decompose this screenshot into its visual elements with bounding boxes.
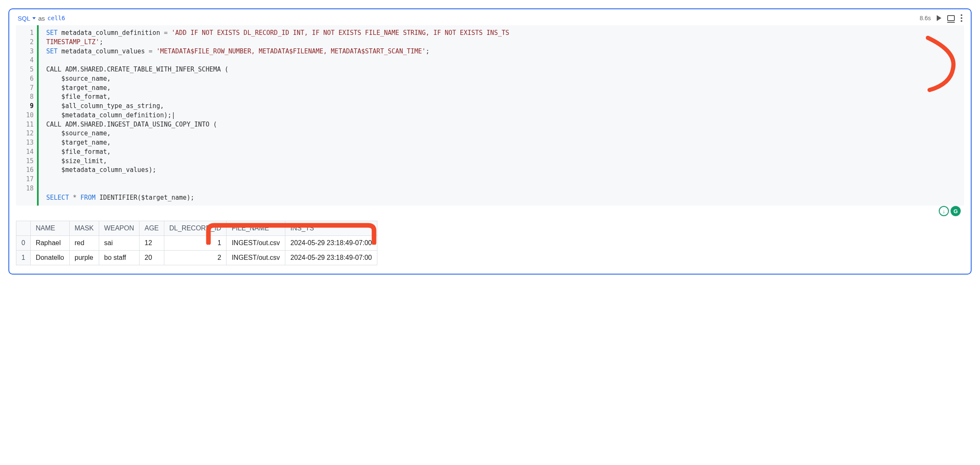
table-cell: Donatello	[30, 251, 69, 265]
line-number: 1	[22, 29, 34, 38]
line-number: 12	[22, 129, 34, 138]
layout-icon	[947, 15, 955, 21]
language-selector[interactable]: SQL	[18, 15, 36, 22]
execution-time: 8.6s	[920, 15, 931, 21]
floating-badges: ↓ G	[939, 206, 961, 216]
line-number: 17	[22, 175, 34, 184]
table-column-header[interactable]: WEAPON	[99, 221, 139, 236]
line-number: 3	[22, 47, 34, 56]
vertical-dots-icon	[961, 14, 962, 22]
cell-header-left: SQL as cell6	[18, 15, 65, 22]
table-cell: sai	[99, 236, 139, 251]
line-number: 10	[22, 111, 34, 120]
cell-header-right: 8.6s	[920, 14, 962, 22]
cell-header: SQL as cell6 8.6s	[16, 12, 964, 25]
layout-button[interactable]	[947, 15, 955, 21]
table-column-header[interactable]: DL_RECORD_ID	[164, 221, 227, 236]
line-number-gutter: 123456789101112131415161718	[16, 25, 37, 206]
table-cell: 1	[16, 251, 31, 265]
notebook-cell: SQL as cell6 8.6s 1234567891011121314151…	[8, 8, 972, 275]
language-label: SQL	[18, 15, 30, 22]
line-number: 13	[22, 138, 34, 148]
table-body: 0Raphaelredsai121INGEST/out.csv2024-05-2…	[16, 236, 377, 265]
table-row[interactable]: 0Raphaelredsai121INGEST/out.csv2024-05-2…	[16, 236, 377, 251]
table-cell: purple	[69, 251, 99, 265]
run-button[interactable]	[937, 15, 941, 21]
table-cell: 2024-05-29 23:18:49-07:00	[285, 251, 377, 265]
code-editor[interactable]: 123456789101112131415161718 SET metadata…	[16, 25, 964, 206]
line-number: 16	[22, 166, 34, 175]
chevron-down-icon	[32, 17, 36, 19]
results-table: NAMEMASKWEAPONAGEDL_RECORD_IDFILE_NAMEIN…	[16, 221, 377, 265]
table-cell: 2024-05-29 23:18:49-07:00	[285, 236, 377, 251]
more-menu-button[interactable]	[961, 14, 962, 22]
line-number: 9	[22, 102, 34, 111]
line-number: 4	[22, 56, 34, 65]
cell-name[interactable]: cell6	[47, 15, 65, 21]
table-cell: 2	[164, 251, 227, 265]
table-column-header[interactable]: AGE	[139, 221, 164, 236]
code-content[interactable]: SET metadata_column_definition = 'ADD IF…	[39, 25, 964, 206]
table-column-header[interactable]: INS_TS	[285, 221, 377, 236]
table-column-header[interactable]: NAME	[30, 221, 69, 236]
table-cell: bo staff	[99, 251, 139, 265]
table-column-header[interactable]: MASK	[69, 221, 99, 236]
table-cell: 12	[139, 236, 164, 251]
line-number: 8	[22, 92, 34, 102]
table-column-header[interactable]: FILE_NAME	[227, 221, 285, 236]
line-number: 2	[22, 38, 34, 47]
table-cell: 20	[139, 251, 164, 265]
line-number: 6	[22, 74, 34, 84]
database-badge-icon[interactable]: ↓	[939, 206, 949, 216]
table-header-row: NAMEMASKWEAPONAGEDL_RECORD_IDFILE_NAMEIN…	[16, 221, 377, 236]
play-icon	[937, 15, 941, 21]
table-cell: 0	[16, 236, 31, 251]
line-number: 14	[22, 148, 34, 157]
table-row[interactable]: 1Donatellopurplebo staff202INGEST/out.cs…	[16, 251, 377, 265]
line-number: 11	[22, 120, 34, 129]
table-column-header[interactable]	[16, 221, 31, 236]
as-label: as	[38, 15, 45, 22]
line-number: 15	[22, 157, 34, 166]
line-number: 18	[22, 184, 34, 193]
table-cell: 1	[164, 236, 227, 251]
table-cell: INGEST/out.csv	[227, 251, 285, 265]
line-number: 5	[22, 65, 34, 74]
table-cell: INGEST/out.csv	[227, 236, 285, 251]
table-cell: Raphael	[30, 236, 69, 251]
line-number: 7	[22, 84, 34, 93]
table-cell: red	[69, 236, 99, 251]
grammarly-badge-icon[interactable]: G	[951, 206, 961, 216]
